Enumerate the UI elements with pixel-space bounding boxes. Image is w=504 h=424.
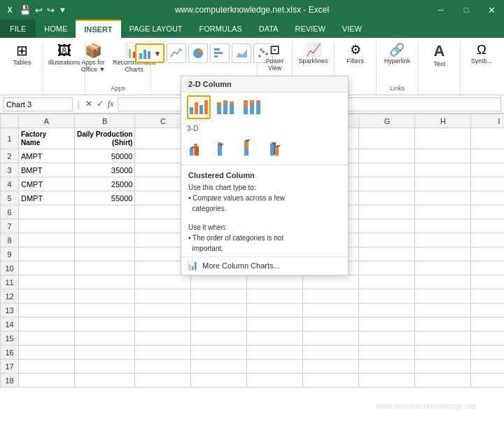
- line-chart-button[interactable]: [167, 43, 186, 63]
- cell-F18[interactable]: [303, 374, 359, 388]
- cell-D12[interactable]: [191, 289, 247, 303]
- close-button[interactable]: ✕: [479, 0, 504, 20]
- cell-G12[interactable]: [359, 289, 415, 303]
- cell-E17[interactable]: [247, 360, 303, 374]
- hyperlink-button[interactable]: 🔗 Hyperlink: [382, 42, 414, 66]
- redo-icon[interactable]: ↪: [47, 5, 55, 15]
- row-header-6[interactable]: 6: [1, 205, 19, 219]
- cell-G9[interactable]: [359, 247, 415, 261]
- row-header-18[interactable]: 18: [1, 374, 19, 388]
- cell-I9[interactable]: [471, 247, 504, 261]
- undo-icon[interactable]: ↩: [35, 5, 43, 15]
- cell-I3[interactable]: [471, 163, 504, 177]
- filters-button[interactable]: ⚙ Filters: [343, 42, 368, 66]
- cell-E18[interactable]: [247, 374, 303, 388]
- save-icon[interactable]: 💾: [20, 5, 31, 15]
- cell-A5[interactable]: DMPT: [19, 191, 75, 205]
- cell-B13[interactable]: [75, 303, 135, 317]
- cell-H15[interactable]: [415, 331, 471, 346]
- cell-F16[interactable]: [303, 346, 359, 360]
- col-header-a[interactable]: A: [19, 114, 75, 128]
- cell-G5[interactable]: [359, 191, 415, 205]
- cell-H9[interactable]: [415, 247, 471, 261]
- cell-D13[interactable]: [191, 303, 247, 317]
- area-chart-button[interactable]: [232, 43, 251, 63]
- row-header-10[interactable]: 10: [1, 261, 19, 275]
- cell-G6[interactable]: [359, 205, 415, 219]
- cell-G11[interactable]: [359, 275, 415, 289]
- row-header-3[interactable]: 3: [1, 163, 19, 177]
- col-header-b[interactable]: B: [75, 114, 135, 128]
- cell-B6[interactable]: [75, 205, 135, 219]
- cell-A15[interactable]: [19, 331, 75, 346]
- cell-A17[interactable]: [19, 360, 75, 374]
- cell-G10[interactable]: [359, 261, 415, 275]
- clustered-column-item[interactable]: [187, 95, 211, 119]
- cell-I10[interactable]: [471, 261, 504, 275]
- row-header-9[interactable]: 9: [1, 247, 19, 261]
- tab-page-layout[interactable]: PAGE LAYOUT: [121, 20, 191, 38]
- tab-formulas[interactable]: FORMULAS: [191, 20, 251, 38]
- cell-C13[interactable]: [135, 303, 191, 317]
- cell-G2[interactable]: [359, 149, 415, 163]
- row-header-1[interactable]: 1: [1, 128, 19, 149]
- cell-B1[interactable]: Daily Production(Shirt): [75, 128, 135, 149]
- cell-I18[interactable]: [471, 374, 504, 388]
- col-header-h[interactable]: H: [415, 114, 471, 128]
- cell-E15[interactable]: [247, 331, 303, 346]
- cell-B16[interactable]: [75, 346, 135, 360]
- row-header-14[interactable]: 14: [1, 317, 19, 331]
- cell-F13[interactable]: [303, 303, 359, 317]
- cell-B12[interactable]: [75, 289, 135, 303]
- cell-I5[interactable]: [471, 191, 504, 205]
- tab-review[interactable]: REVIEW: [286, 20, 333, 38]
- cell-F14[interactable]: [303, 317, 359, 331]
- cell-A12[interactable]: [19, 289, 75, 303]
- cell-H6[interactable]: [415, 205, 471, 219]
- row-header-15[interactable]: 15: [1, 331, 19, 346]
- row-header-17[interactable]: 17: [1, 360, 19, 374]
- cell-B3[interactable]: 35000: [75, 163, 135, 177]
- row-header-11[interactable]: 11: [1, 275, 19, 289]
- cell-I12[interactable]: [471, 289, 504, 303]
- row-header-16[interactable]: 16: [1, 346, 19, 360]
- cell-G17[interactable]: [359, 360, 415, 374]
- cell-F17[interactable]: [303, 360, 359, 374]
- tab-file[interactable]: FILE: [0, 20, 36, 38]
- cell-F15[interactable]: [303, 331, 359, 346]
- cell-B2[interactable]: 50000: [75, 149, 135, 163]
- cell-C15[interactable]: [135, 331, 191, 346]
- power-view-button[interactable]: ⊡ PowerView: [262, 42, 288, 73]
- row-header-7[interactable]: 7: [1, 219, 19, 233]
- cell-A4[interactable]: CMPT: [19, 177, 75, 191]
- cell-E12[interactable]: [247, 289, 303, 303]
- cell-H5[interactable]: [415, 191, 471, 205]
- cell-D17[interactable]: [191, 360, 247, 374]
- cell-G15[interactable]: [359, 331, 415, 346]
- cell-H16[interactable]: [415, 346, 471, 360]
- sparklines-button[interactable]: 📈 Sparklines: [295, 42, 330, 66]
- cell-E16[interactable]: [247, 346, 303, 360]
- cell-B17[interactable]: [75, 360, 135, 374]
- cell-E13[interactable]: [247, 303, 303, 317]
- cell-B4[interactable]: 25000: [75, 177, 135, 191]
- cell-I13[interactable]: [471, 303, 504, 317]
- cell-B5[interactable]: 55000: [75, 191, 135, 205]
- cell-A6[interactable]: [19, 205, 75, 219]
- row-header-12[interactable]: 12: [1, 289, 19, 303]
- cell-I7[interactable]: [471, 219, 504, 233]
- cell-A3[interactable]: BMPT: [19, 163, 75, 177]
- cell-C16[interactable]: [135, 346, 191, 360]
- cell-A11[interactable]: [19, 275, 75, 289]
- cell-G14[interactable]: [359, 317, 415, 331]
- cell-B9[interactable]: [75, 247, 135, 261]
- cell-D11[interactable]: [191, 275, 247, 289]
- col-header-g[interactable]: G: [359, 114, 415, 128]
- cell-H18[interactable]: [415, 374, 471, 388]
- bar-chart-button[interactable]: [210, 43, 230, 63]
- cell-F12[interactable]: [303, 289, 359, 303]
- text-button[interactable]: A Text: [427, 42, 452, 69]
- 3d-clustered-column-item[interactable]: [187, 137, 211, 160]
- cell-H11[interactable]: [415, 275, 471, 289]
- cell-G16[interactable]: [359, 346, 415, 360]
